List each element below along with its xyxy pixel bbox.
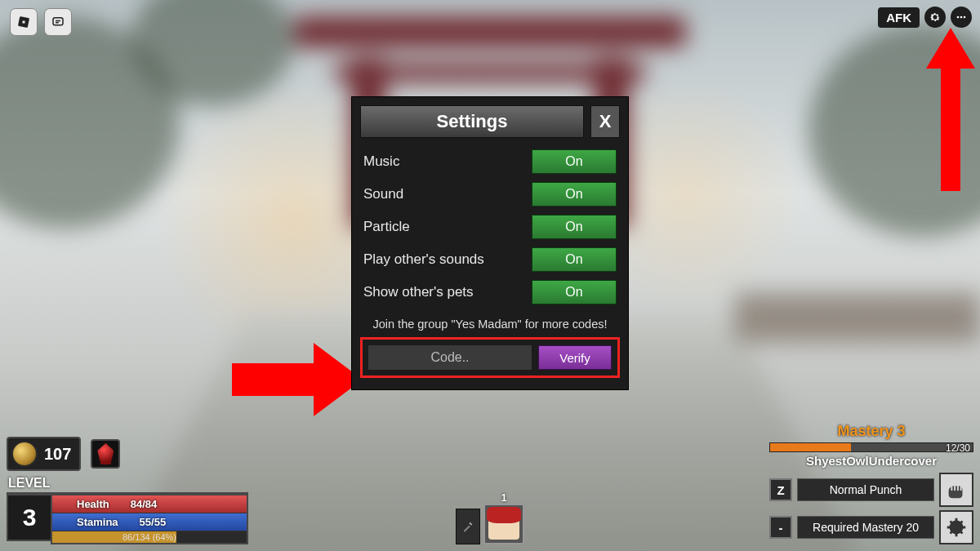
settings-button[interactable] bbox=[924, 7, 946, 28]
burst-icon bbox=[944, 515, 969, 540]
player-name: ShyestOwlUndercover bbox=[769, 454, 973, 468]
toggle-others-pets[interactable]: On bbox=[532, 280, 617, 304]
hud-bottom-left: 107 LEVEL 3 Health 84/84 Stamina 55/55 bbox=[7, 437, 248, 544]
skill-icon-locked[interactable] bbox=[939, 510, 973, 544]
mastery-title: Mastery 3 bbox=[769, 423, 973, 440]
code-redeem-box: Verify bbox=[360, 337, 620, 378]
health-bar: Health 84/84 bbox=[52, 495, 247, 513]
gear-icon bbox=[929, 11, 942, 24]
tool-slot[interactable] bbox=[456, 509, 480, 544]
setting-row-others-pets: Show other's pets On bbox=[363, 280, 617, 304]
health-value: 84/84 bbox=[131, 498, 158, 510]
setting-row-others-sounds: Play other's sounds On bbox=[363, 247, 617, 272]
stamina-value: 55/55 bbox=[140, 516, 167, 528]
setting-row-particle: Particle On bbox=[363, 215, 617, 239]
ellipsis-icon bbox=[955, 11, 968, 24]
code-input[interactable] bbox=[368, 345, 532, 370]
annotation-arrow-up bbox=[926, 28, 975, 191]
setting-row-music: Music On bbox=[363, 149, 617, 174]
toggle-others-sounds[interactable]: On bbox=[532, 247, 617, 272]
skill-row-locked: - Required Mastery 20 bbox=[769, 510, 973, 544]
afk-button[interactable]: AFK bbox=[878, 7, 920, 28]
settings-title: Settings bbox=[360, 105, 584, 138]
skill-label: Normal Punch bbox=[797, 478, 934, 501]
toggle-particle[interactable]: On bbox=[532, 215, 617, 239]
level-label: LEVEL bbox=[8, 476, 248, 491]
hud-bottom-right: Mastery 3 12/30 ShyestOwlUndercover Z No… bbox=[769, 423, 973, 544]
currency-value: 107 bbox=[44, 445, 71, 464]
settings-dialog: Settings X Music On Sound On Particle On… bbox=[351, 96, 629, 390]
top-right-controls: AFK bbox=[878, 7, 972, 28]
mastery-progress: 12/30 bbox=[769, 442, 973, 454]
svg-point-7 bbox=[964, 16, 966, 19]
xp-text: 86/134 (64%) bbox=[52, 531, 247, 543]
svg-point-6 bbox=[960, 16, 963, 19]
setting-label: Show other's pets bbox=[363, 284, 474, 300]
avatar-slot[interactable]: 1 bbox=[483, 504, 524, 544]
chat-icon bbox=[51, 15, 65, 29]
skill-row-normal-punch: Z Normal Punch bbox=[769, 473, 973, 507]
keybind-badge: Z bbox=[769, 478, 792, 501]
pickaxe-icon bbox=[461, 520, 474, 533]
annotation-arrow-right bbox=[232, 343, 363, 416]
toggle-music[interactable]: On bbox=[532, 149, 617, 174]
setting-row-sound: Sound On bbox=[363, 182, 617, 207]
roblox-system-buttons bbox=[10, 8, 72, 36]
coin-icon bbox=[11, 441, 38, 467]
skill-label: Required Mastery 20 bbox=[797, 516, 934, 539]
hotbar: 1 bbox=[456, 504, 524, 544]
gem-slot[interactable] bbox=[91, 439, 120, 469]
svg-marker-9 bbox=[232, 343, 363, 416]
svg-rect-1 bbox=[23, 21, 25, 24]
close-button[interactable]: X bbox=[590, 105, 620, 138]
gem-icon bbox=[97, 443, 114, 464]
xp-bar: 86/134 (64%) bbox=[52, 531, 247, 543]
verify-button[interactable]: Verify bbox=[538, 345, 612, 370]
avatar-slot-number: 1 bbox=[485, 492, 523, 504]
level-value: 3 bbox=[7, 494, 51, 541]
setting-label: Particle bbox=[363, 219, 410, 235]
setting-label: Music bbox=[363, 153, 399, 170]
keybind-badge: - bbox=[769, 516, 792, 539]
setting-label: Sound bbox=[363, 186, 403, 202]
skill-icon-punch[interactable] bbox=[939, 473, 973, 507]
svg-marker-8 bbox=[926, 28, 975, 191]
health-label: Health bbox=[77, 498, 109, 510]
more-button[interactable] bbox=[951, 7, 972, 28]
toggle-sound[interactable]: On bbox=[532, 182, 617, 207]
fist-icon bbox=[944, 478, 969, 502]
stamina-bar: Stamina 55/55 bbox=[52, 513, 247, 531]
stamina-label: Stamina bbox=[77, 516, 118, 528]
roblox-chat-button[interactable] bbox=[44, 8, 72, 36]
roblox-menu-button[interactable] bbox=[10, 8, 38, 36]
svg-point-5 bbox=[957, 16, 960, 19]
currency-chip[interactable]: 107 bbox=[7, 437, 81, 471]
setting-label: Play other's sounds bbox=[363, 251, 484, 268]
codes-hint-text: Join the group "Yes Madam" for more code… bbox=[360, 318, 620, 331]
roblox-logo-icon bbox=[16, 15, 31, 29]
